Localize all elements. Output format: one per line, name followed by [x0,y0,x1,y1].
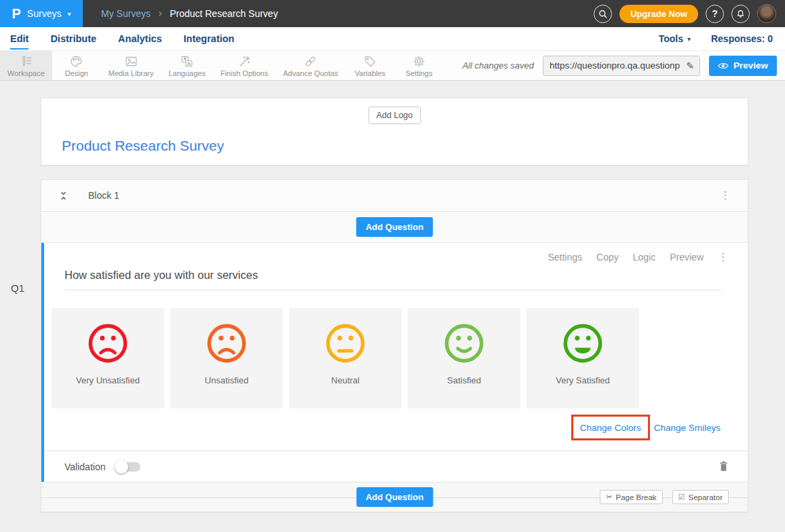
toolbar-item-advance-quotas[interactable]: Advance Quotas [275,51,345,80]
question-actions: SettingsCopyLogicPreview⋮ [44,252,748,263]
toolbar-item-workspace[interactable]: Workspace [0,51,52,80]
survey-url-field: ✎ [543,56,700,76]
delete-question-button[interactable] [718,460,729,473]
collapse-block-icon[interactable] [58,190,69,202]
smiley-frown-icon [206,322,248,364]
footer-buttons: ✂ Page Break ☑ Separator [600,490,729,504]
toolbar-item-settings[interactable]: Settings [395,51,444,80]
breadcrumb-separator-icon: › [158,7,162,20]
toggle-knob [115,460,128,474]
tab-edit[interactable]: Edit [10,27,28,50]
checkbox-icon: ☑ [678,493,685,501]
chain-link-icon [303,54,318,69]
validation-label: Validation [64,461,105,472]
question-action-logic[interactable]: Logic [633,252,655,263]
survey-url-input[interactable] [543,60,681,71]
validation-row: Validation [44,451,748,482]
breadcrumb-current: Product Research Survey [170,8,278,19]
edit-url-pencil-icon[interactable]: ✎ [681,60,700,71]
chevron-down-icon: ▾ [687,35,691,43]
add-question-button-bottom[interactable]: Add Question [356,487,433,507]
toolbar-item-finish-options[interactable]: Finish Options [213,51,275,80]
toolbar-item-languages[interactable]: Languages [161,51,212,80]
preview-label: Preview [733,60,768,71]
smiley-smile-icon [443,322,485,364]
annotation-highlight-box: Change Colors [571,415,650,440]
smiley-options: Very UnsatisfiedUnsatisfiedNeutralSatisf… [52,308,748,408]
surveys-menu-label: Surveys [27,8,62,19]
magic-wand-icon [237,54,252,69]
page-break-label: Page Break [616,493,657,501]
toolbar-right: All changes saved ✎ Preview [462,51,785,80]
tag-icon [363,54,377,69]
help-button[interactable]: ? [706,5,724,23]
block-footer: Add Question ✂ Page Break ☑ Separator [41,482,748,512]
smiley-option-very-unsatisfied[interactable]: Very Unsatisfied [52,308,164,408]
page-break-button[interactable]: ✂ Page Break [600,490,662,504]
survey-header-card: Add Logo Product Research Survey [41,98,748,166]
tab-distribute[interactable]: Distribute [50,27,96,50]
gear-icon [412,54,426,69]
smiley-links-row: Change Colors Change Smileys [44,415,721,440]
scissors-icon: ✂ [606,493,612,501]
upgrade-now-button[interactable]: Upgrade Now [619,5,698,23]
smiley-flat-icon [324,322,366,364]
search-icon [598,9,608,19]
change-smileys-link[interactable]: Change Smileys [654,423,721,433]
question-menu-kebab-icon[interactable]: ⋮ [718,252,729,263]
top-bar: P Surveys ▾ My Surveys › Product Researc… [0,0,785,27]
add-logo-button[interactable]: Add Logo [368,107,421,124]
smiley-option-satisfied[interactable]: Satisfied [408,308,520,408]
preview-button[interactable]: Preview [709,56,777,76]
image-icon [124,54,138,69]
question-text[interactable]: How satisfied are you with our services [64,269,722,290]
tab-analytics[interactable]: Analytics [118,27,161,50]
eye-icon [718,62,729,70]
question-card: Q1 SettingsCopyLogicPreview⋮ How satisfi… [41,243,748,482]
workspace-icon [19,54,33,69]
toolbar-item-variables[interactable]: Variables [346,51,395,80]
question-number: Q1 [11,282,24,294]
separator-label: Separator [688,493,723,501]
tab-integration[interactable]: Integration [184,27,235,50]
app-switcher[interactable]: P Surveys ▾ [0,0,83,27]
topbar-actions: Upgrade Now ? [594,4,785,23]
change-colors-link[interactable]: Change Colors [580,423,641,433]
question-action-preview[interactable]: Preview [670,252,704,263]
block-header: Block 1 ⋮ [41,180,748,212]
smiley-option-very-satisfied[interactable]: Very Satisfied [526,308,639,408]
question-action-settings[interactable]: Settings [548,252,582,263]
tools-menu[interactable]: Tools▾ [659,33,691,44]
user-avatar[interactable] [757,4,776,23]
responses-count[interactable]: Responses: 0 [711,33,773,44]
editor-toolbar: WorkspaceDesignMedia LibraryLanguagesFin… [0,50,785,81]
validation-toggle[interactable] [115,460,140,474]
question-action-copy[interactable]: Copy [596,252,619,263]
smiley-option-unsatisfied[interactable]: Unsatisfied [170,308,283,408]
breadcrumb: My Surveys › Product Research Survey [101,7,278,20]
palette-icon [69,54,83,69]
questionpro-logo: P [12,7,21,21]
survey-title[interactable]: Product Research Survey [62,138,224,154]
notifications-button[interactable] [731,5,750,23]
separator-button[interactable]: ☑ Separator [672,490,729,504]
block-card: Block 1 ⋮ Add Question Q1 SettingsCopyLo… [41,179,748,512]
toolbar-item-media-library[interactable]: Media Library [101,51,161,80]
block-title[interactable]: Block 1 [88,190,119,201]
chevron-down-icon: ▾ [67,10,71,18]
workspace-content: Add Logo Product Research Survey Block 1… [0,81,785,512]
bell-icon [735,9,746,19]
toolbar-item-design[interactable]: Design [52,51,101,80]
save-status: All changes saved [462,60,534,71]
trash-icon [718,460,729,473]
breadcrumb-my-surveys[interactable]: My Surveys [101,8,151,19]
nav-right: Tools▾ Responses: 0 [659,27,785,50]
search-button[interactable] [594,5,612,23]
smiley-frown-icon [87,322,129,364]
tools-label: Tools [659,33,683,44]
translate-icon [180,54,194,69]
smiley-option-neutral[interactable]: Neutral [289,308,402,408]
add-question-row-top: Add Question [41,212,748,243]
block-menu-kebab-icon[interactable]: ⋮ [720,190,731,201]
add-question-button-top[interactable]: Add Question [356,217,433,237]
